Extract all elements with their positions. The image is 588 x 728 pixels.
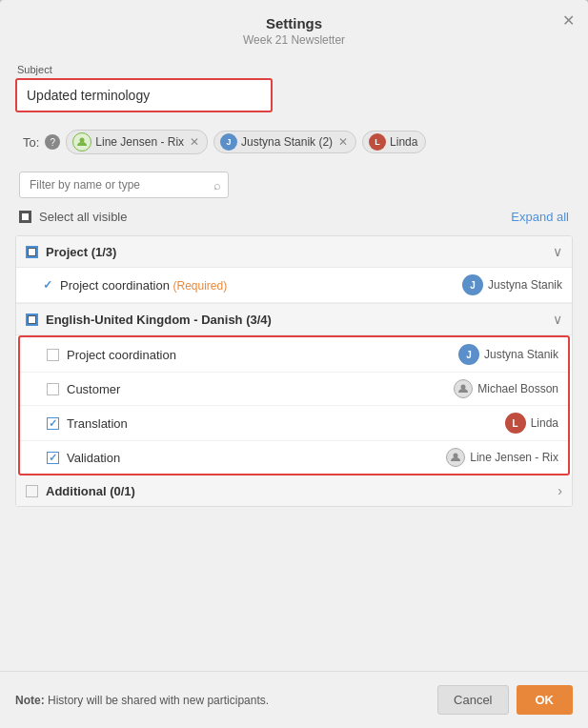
project-coordination-assignee: J Justyna Stanik bbox=[462, 274, 562, 295]
group-english-danish-checkbox[interactable] bbox=[26, 313, 38, 326]
group-project-header[interactable]: Project (1/3) ∨ bbox=[16, 236, 572, 268]
close-button[interactable]: ✕ bbox=[562, 13, 575, 29]
justyna-name: Justyna Stanik bbox=[488, 278, 562, 292]
assignee-name-line: Line Jensen - Rix bbox=[470, 451, 558, 464]
assignee-avatar-michael bbox=[454, 379, 473, 398]
group-english-danish-header[interactable]: English-United Kingdom - Danish (3/4) ∨ bbox=[16, 304, 572, 335]
assignee-avatar-linda: L bbox=[505, 413, 526, 434]
recipient-name-linda: Linda bbox=[390, 135, 417, 149]
modal-subtitle: Week 21 Newsletter bbox=[38, 33, 550, 47]
group-project-chevron: ∨ bbox=[553, 244, 562, 259]
translation-assignee: L Linda bbox=[505, 413, 558, 434]
select-all-wrapper[interactable]: Select all visible bbox=[19, 210, 128, 224]
translation-checkbox[interactable]: ✓ bbox=[47, 417, 59, 430]
project-coord-label: Project coordination bbox=[67, 348, 451, 362]
customer-assignee: Michael Bosson bbox=[454, 379, 558, 398]
cancel-button[interactable]: Cancel bbox=[437, 685, 508, 715]
group-english-danish-items: Project coordination J Justyna Stanik Cu… bbox=[18, 335, 570, 475]
recipient-avatar-justyna: J bbox=[220, 133, 237, 151]
modal-footer: Note: History will be shared with new pa… bbox=[0, 671, 588, 728]
assignee-name-justyna2: Justyna Stanik bbox=[484, 348, 558, 361]
subject-section: Subject bbox=[15, 64, 573, 112]
group-english-danish-chevron: ∨ bbox=[553, 312, 562, 327]
ok-button[interactable]: OK bbox=[517, 685, 574, 715]
list-item: Customer Michael Bosson bbox=[20, 373, 568, 406]
recipient-tag-linda: L Linda bbox=[362, 131, 426, 153]
recipient-avatar-linda: L bbox=[369, 133, 386, 151]
footer-buttons: Cancel OK bbox=[437, 685, 573, 715]
group-additional-chevron: › bbox=[558, 483, 562, 498]
validation-checkbox[interactable]: ✓ bbox=[47, 452, 59, 464]
filter-section: ⌕ bbox=[15, 172, 573, 198]
select-all-checkbox[interactable] bbox=[19, 211, 31, 223]
group-project-checkbox[interactable] bbox=[26, 246, 38, 258]
assignee-avatar-line bbox=[446, 448, 465, 467]
validation-label: Validation bbox=[67, 451, 438, 465]
svg-point-0 bbox=[80, 138, 85, 143]
recipient-avatar-line bbox=[72, 132, 91, 152]
help-icon[interactable]: ? bbox=[45, 134, 60, 150]
recipient-tag-line: Line Jensen - Rix ✕ bbox=[66, 130, 208, 154]
group-english-danish-label: English-United Kingdom - Danish (3/4) bbox=[46, 313, 545, 327]
modal-header: Settings Week 21 Newsletter ✕ bbox=[0, 0, 588, 54]
required-badge: (Required) bbox=[173, 279, 228, 293]
task-tree: Project (1/3) ∨ ✓ Project coordination (… bbox=[15, 235, 573, 507]
remove-recipient-justyna[interactable]: ✕ bbox=[338, 135, 348, 149]
group-additional-label: Additional (0/1) bbox=[46, 484, 550, 498]
project-coordination-required-row: ✓ Project coordination (Required) J Just… bbox=[16, 268, 572, 303]
assignee-name-michael: Michael Bosson bbox=[477, 382, 558, 395]
recipient-name-justyna: Justyna Stanik (2) bbox=[241, 135, 333, 149]
list-controls: Select all visible Expand all bbox=[15, 210, 573, 224]
subject-label: Subject bbox=[17, 64, 573, 75]
filter-input[interactable] bbox=[19, 172, 229, 198]
footer-note-bold: Note: bbox=[15, 694, 45, 707]
footer-note-text: History will be shared with new particip… bbox=[48, 694, 269, 707]
filter-input-wrapper: ⌕ bbox=[19, 172, 229, 198]
translation-label: Translation bbox=[67, 416, 497, 431]
group-additional-checkbox[interactable] bbox=[26, 485, 38, 497]
remove-recipient-line[interactable]: ✕ bbox=[190, 135, 199, 149]
modal-body: Subject To: ? Line Jensen - Rix ✕ J Just… bbox=[0, 54, 588, 671]
list-item: ✓ Validation Line Jensen - Rix bbox=[20, 441, 568, 474]
to-section: To: ? Line Jensen - Rix ✕ J Justyna Stan… bbox=[15, 124, 573, 160]
project-coordination-required-label: Project coordination (Required) bbox=[60, 278, 455, 293]
svg-point-1 bbox=[461, 385, 466, 390]
search-icon: ⌕ bbox=[213, 178, 221, 192]
recipient-name-line: Line Jensen - Rix bbox=[95, 135, 184, 149]
project-coord-checkbox[interactable] bbox=[47, 349, 59, 361]
footer-note: Note: History will be shared with new pa… bbox=[15, 694, 269, 707]
group-project-items: ✓ Project coordination (Required) J Just… bbox=[16, 268, 572, 304]
validation-assignee: Line Jensen - Rix bbox=[446, 448, 558, 467]
list-item: ✓ Translation L Linda bbox=[20, 406, 568, 441]
assignee-avatar-justyna2: J bbox=[458, 344, 479, 365]
assignee-name-linda: Linda bbox=[531, 416, 558, 430]
to-label: To: bbox=[23, 135, 39, 150]
customer-checkbox[interactable] bbox=[47, 383, 59, 395]
justyna-avatar: J bbox=[462, 274, 483, 295]
list-item: Project coordination J Justyna Stanik bbox=[20, 337, 568, 373]
recipient-tag-justyna: J Justyna Stanik (2) ✕ bbox=[213, 131, 356, 153]
required-checkmark: ✓ bbox=[43, 278, 52, 292]
modal-title: Settings bbox=[38, 15, 550, 31]
subject-input-wrapper bbox=[15, 78, 273, 112]
expand-all-button[interactable]: Expand all bbox=[511, 210, 569, 224]
customer-label: Customer bbox=[67, 382, 446, 396]
select-all-label[interactable]: Select all visible bbox=[39, 210, 128, 224]
svg-point-2 bbox=[454, 454, 458, 458]
project-coord-assignee: J Justyna Stanik bbox=[458, 344, 558, 365]
group-additional-header[interactable]: Additional (0/1) › bbox=[16, 475, 572, 506]
group-project-label: Project (1/3) bbox=[46, 245, 545, 259]
settings-modal: Settings Week 21 Newsletter ✕ Subject To… bbox=[0, 0, 588, 728]
subject-input[interactable] bbox=[21, 84, 267, 107]
